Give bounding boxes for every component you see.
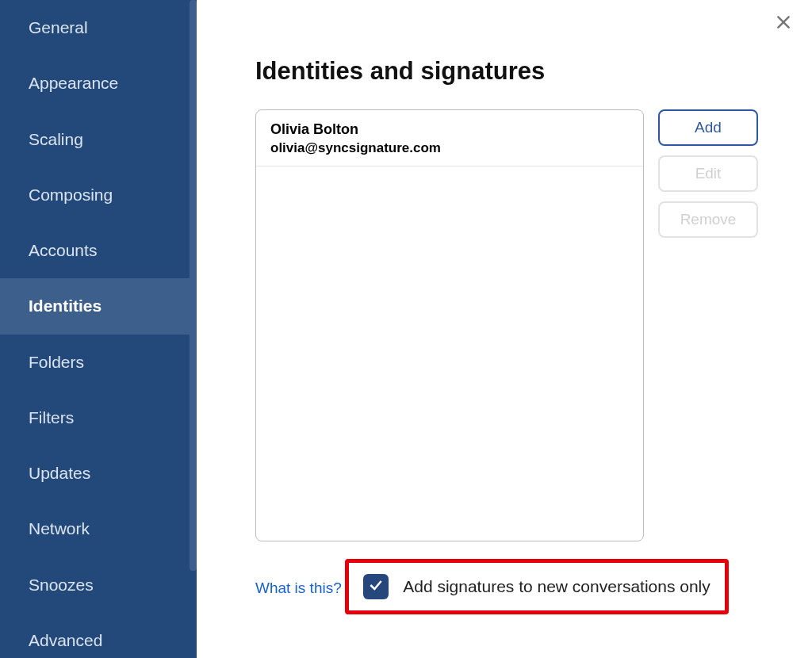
sidebar-item-label: Folders (29, 353, 84, 371)
sidebar-item-snoozes[interactable]: Snoozes (0, 557, 197, 613)
sidebar-item-label: Snoozes (29, 576, 94, 594)
signature-option-highlight: Add signatures to new conversations only (345, 559, 729, 614)
identity-name: Olivia Bolton (270, 121, 629, 138)
sidebar-item-composing[interactable]: Composing (0, 167, 197, 223)
sidebar-item-label: Appearance (29, 74, 118, 92)
remove-identity-button: Remove (658, 201, 758, 238)
identity-email: olivia@syncsignature.com (270, 140, 629, 156)
sidebar-item-accounts[interactable]: Accounts (0, 223, 197, 278)
sidebar-item-label: Advanced (29, 631, 102, 649)
identities-row: Olivia Bolton olivia@syncsignature.com A… (255, 109, 764, 541)
identities-list: Olivia Bolton olivia@syncsignature.com (255, 109, 644, 541)
close-button[interactable] (772, 13, 795, 35)
close-icon (776, 14, 791, 33)
checkmark-icon (368, 577, 384, 596)
sidebar-item-appearance[interactable]: Appearance (0, 55, 197, 111)
signatures-new-conversations-checkbox[interactable] (363, 574, 389, 599)
sidebar-item-folders[interactable]: Folders (0, 335, 197, 390)
main-panel: Identities and signatures Olivia Bolton … (197, 0, 812, 658)
sidebar-item-advanced[interactable]: Advanced (0, 613, 197, 658)
identity-entry[interactable]: Olivia Bolton olivia@syncsignature.com (256, 110, 643, 166)
sidebar-item-label: Updates (29, 464, 90, 482)
sidebar-item-label: Composing (29, 186, 113, 204)
page-title: Identities and signatures (255, 57, 764, 86)
sidebar-item-updates[interactable]: Updates (0, 446, 197, 501)
what-is-this-link[interactable]: What is this? (255, 580, 342, 597)
sidebar-item-scaling[interactable]: Scaling (0, 112, 197, 167)
sidebar-item-label: Accounts (29, 241, 97, 259)
checkbox-label: Add signatures to new conversations only (403, 577, 710, 596)
identity-action-buttons: Add Edit Remove (658, 109, 758, 238)
sidebar-item-label: Scaling (29, 130, 83, 148)
sidebar-item-label: Filters (29, 408, 74, 427)
edit-identity-button: Edit (658, 155, 758, 192)
sidebar-item-identities[interactable]: Identities (0, 278, 197, 334)
add-identity-button[interactable]: Add (658, 109, 758, 146)
sidebar-item-network[interactable]: Network (0, 501, 197, 557)
sidebar-item-filters[interactable]: Filters (0, 390, 197, 446)
sidebar-item-label: General (29, 18, 88, 36)
sidebar-item-label: Identities (29, 296, 102, 315)
sidebar-item-general[interactable]: General (0, 0, 197, 55)
sidebar-item-label: Network (29, 519, 90, 537)
sidebar-scroll-indicator[interactable] (190, 0, 197, 571)
settings-sidebar: General Appearance Scaling Composing Acc… (0, 0, 197, 658)
